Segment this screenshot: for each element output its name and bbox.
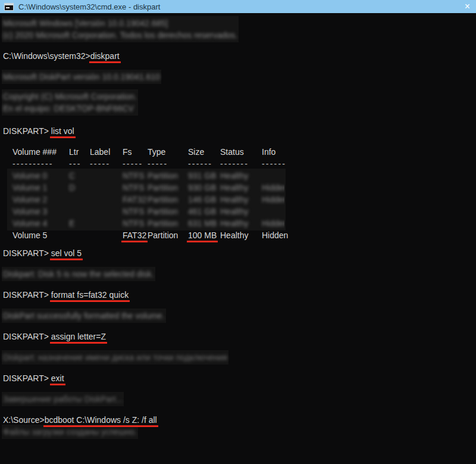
output-formatted-text: DiskPart successfully formatted the volu… <box>3 311 165 320</box>
cell-ltr: C <box>69 170 90 182</box>
table-row: Volume 2 FAT32 Partition 146 GB Healthy … <box>8 194 284 205</box>
title-bar[interactable]: C:\Windows\system32\cmd.exe - diskpart × <box>0 0 476 13</box>
volume-table-header: Volume ### Ltr Label Fs Type Size Status… <box>3 146 476 158</box>
window-title: C:\Windows\system32\cmd.exe - diskpart <box>18 2 460 11</box>
cell-fs: NTFS <box>123 182 148 194</box>
cell-fs: NTFS <box>123 205 148 217</box>
cell-type: Partition <box>148 194 188 205</box>
cell-ltr: E <box>69 217 90 229</box>
close-icon[interactable]: × <box>465 2 470 11</box>
cell-label <box>90 170 123 182</box>
prompt-list-vol-line: DISKPART> list vol <box>3 125 476 137</box>
cell-type: Partition <box>148 182 188 194</box>
dash-separator: ------ <box>188 158 220 170</box>
cell-status: Healthy <box>220 205 262 217</box>
highlighted-size-100mb: 100 MB <box>188 231 217 240</box>
cell-size: 931 GB <box>188 170 220 182</box>
prompt-path: C:\Windows\system32> <box>3 51 90 61</box>
cmd-window: C:\Windows\system32\cmd.exe - diskpart ×… <box>0 0 476 464</box>
prompt-format-line: DISKPART> format fs=fat32 quick <box>3 289 476 301</box>
cell-size: 930 GB <box>188 182 220 194</box>
cell-info: Hidden <box>262 182 284 194</box>
cell-ltr <box>69 205 90 217</box>
command-sel-vol: sel vol 5 <box>51 248 82 258</box>
cell-info: Hidden <box>262 194 284 205</box>
cell-type: Partition <box>148 229 188 241</box>
command-assign: assign letter=Z <box>51 332 106 341</box>
output-bootfiles-line: Файлы загрузки созданы успешно. <box>3 426 476 438</box>
cell-label <box>90 217 123 229</box>
cell-status: Healthy <box>220 229 262 241</box>
cell-label <box>90 182 123 194</box>
cell-fs: FAT32 <box>123 229 148 241</box>
cell-type: Partition <box>148 170 188 182</box>
cell-type: Partition <box>148 217 188 229</box>
prompt-sel-vol-line: DISKPART> sel vol 5 <box>3 247 476 259</box>
cell-size: 146 GB <box>188 194 220 205</box>
cell-volume: Volume 0 <box>12 170 69 182</box>
diskpart-version-line: Microsoft DiskPart versión 10.0.19041.61… <box>3 71 476 83</box>
cell-type: Partition <box>148 205 188 217</box>
cell-fs: NTFS <box>123 170 148 182</box>
command-list-vol: list vol <box>51 126 74 136</box>
command-diskpart: diskpart <box>90 51 120 61</box>
cell-label <box>90 229 123 241</box>
diskpart-prompt: DISKPART> <box>3 126 51 136</box>
diskpart-prompt: DISKPART> <box>3 373 51 383</box>
cell-ltr <box>69 229 90 241</box>
computer-name-line: En el equipo: DESKTOP-BNF66CV <box>3 102 137 114</box>
cell-info <box>262 170 284 182</box>
dash-separator: ------ <box>262 158 292 170</box>
os-copyright-line: (c) 2020 Microsoft Corporation. Todos lo… <box>3 29 237 41</box>
prompt-diskpart-line: C:\Windows\system32>diskpart <box>3 50 476 62</box>
col-header-info: Info <box>262 146 292 158</box>
cell-status: Healthy <box>220 217 262 229</box>
dash-separator: ---------- <box>12 158 69 170</box>
output-selected-text: Diskpart: Disk 5 is now the selected dis… <box>3 269 154 279</box>
dash-separator: ----- <box>148 158 188 170</box>
cell-fs: NTFS <box>123 217 148 229</box>
cell-status: Healthy <box>220 182 262 194</box>
cell-volume: Volume 2 <box>12 194 69 205</box>
col-header-ltr: Ltr <box>69 146 90 158</box>
col-header-type: Type <box>148 146 188 158</box>
table-row-volume5: Volume 5 FAT32 Partition 100 MB Healthy … <box>3 229 476 241</box>
blurred-volume-rows: Volume 0 C NTFS Partition 931 GB Healthy… <box>8 170 284 229</box>
console-output: Microsoft Windows [Versión 10.0.19042.68… <box>0 13 476 464</box>
output-selected-line: Diskpart: Disk 5 is now the selected dis… <box>3 268 476 280</box>
cell-ltr: D <box>69 182 90 194</box>
command-format: format fs=fat32 quick <box>51 290 129 300</box>
col-header-label: Label <box>90 146 123 158</box>
cell-status: Healthy <box>220 170 262 182</box>
copyright-line: Copyright (C) Microsoft Corporation. <box>3 91 137 102</box>
cell-volume: Volume 3 <box>12 205 69 217</box>
table-row: Volume 0 C NTFS Partition 931 GB Healthy <box>8 170 284 182</box>
blurred-os-banner: Microsoft Windows [Versión 10.0.19042.68… <box>3 17 237 41</box>
highlighted-fs-fat32: FAT32 <box>123 231 146 240</box>
dash-separator: ----- <box>90 158 123 170</box>
output-formatted-line: DiskPart successfully formatted the volu… <box>3 310 476 322</box>
output-assigned-line: Diskpart: назначение имени диска или точ… <box>3 351 476 363</box>
os-version-line: Microsoft Windows [Versión 10.0.19042.68… <box>3 17 237 29</box>
output-exit-line: Завершение работы DiskPart... <box>3 393 476 405</box>
col-header-volume: Volume ### <box>12 146 69 158</box>
table-row: Volume 3 NTFS Partition 461 GB Healthy <box>8 205 284 217</box>
diskpart-prompt: DISKPART> <box>3 290 51 300</box>
volume-table-dashes: ---------- --- ----- ----- ----- ------ … <box>3 158 476 170</box>
col-header-size: Size <box>188 146 220 158</box>
cell-size: 100 MB <box>188 229 220 241</box>
cell-status: Healthy <box>220 194 262 205</box>
col-header-status: Status <box>220 146 262 158</box>
cell-volume: Volume 1 <box>12 182 69 194</box>
diskpart-prompt: DISKPART> <box>3 248 51 258</box>
dash-separator: --- <box>69 158 90 170</box>
source-prompt: X:\Source> <box>3 415 45 425</box>
dash-separator: ------- <box>220 158 262 170</box>
prompt-assign-line: DISKPART> assign letter=Z <box>3 331 476 342</box>
cell-size: 631 MB <box>188 217 220 229</box>
output-exit-text: Завершение работы DiskPart... <box>3 394 123 404</box>
output-assigned-text: Diskpart: назначение имени диска или точ… <box>3 353 227 362</box>
cell-info <box>262 205 284 217</box>
cell-fs: FAT32 <box>123 194 148 205</box>
blurred-copyright-block: Copyright (C) Microsoft Corporation. En … <box>3 91 137 114</box>
